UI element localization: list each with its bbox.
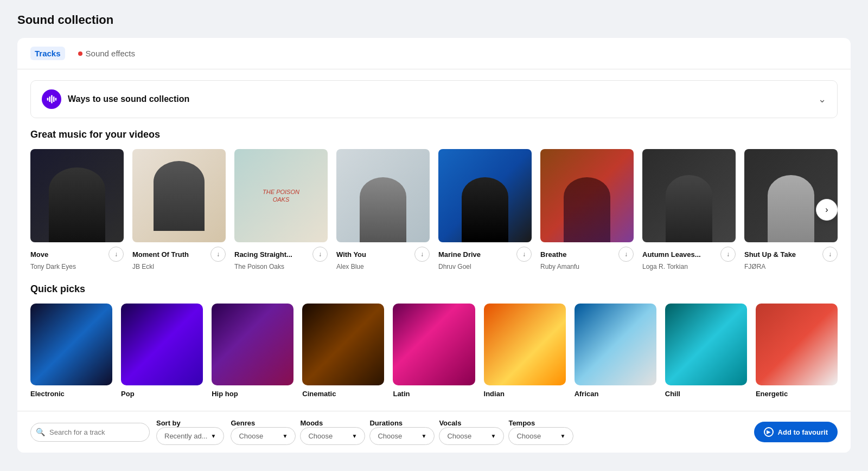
filter-durations-group: Durations Choose ▼: [369, 419, 435, 445]
filter-moods-group: Moods Choose ▼: [300, 419, 365, 445]
music-card-image: [744, 149, 838, 242]
filter-vocals-group: Vocals Choose ▼: [439, 419, 504, 445]
download-button[interactable]: ↓: [618, 247, 634, 262]
filter-durations-label: Durations: [369, 419, 435, 427]
add-fav-label: Add to favourit: [778, 428, 828, 436]
filter-durations-select[interactable]: Choose ▼: [369, 427, 435, 445]
music-card-image: [438, 149, 532, 242]
music-card-artist: Alex Blue: [336, 263, 430, 270]
search-wrap: 🔍: [30, 423, 150, 442]
music-card[interactable]: Breathe ↓ Ruby Amanfu: [540, 149, 634, 270]
waveform-icon: [46, 94, 57, 105]
sort-by-value: Recently ad...: [164, 432, 208, 440]
quick-pick-label: Chill: [665, 390, 747, 398]
sort-by-select[interactable]: Recently ad... ▼: [156, 427, 224, 445]
quick-pick-card[interactable]: Energetic: [756, 304, 838, 398]
music-card[interactable]: With You ↓ Alex Blue: [336, 149, 430, 270]
bottom-bar: 🔍 Sort by Recently ad... ▼ Genres Choose…: [17, 411, 851, 453]
great-music-title: Great music for your videos: [30, 129, 838, 140]
banner[interactable]: Ways to use sound collection ⌄: [30, 80, 838, 118]
download-button[interactable]: ↓: [108, 247, 124, 262]
download-button[interactable]: ↓: [720, 247, 736, 262]
banner-chevron-icon: ⌄: [818, 93, 826, 105]
music-card[interactable]: THE POISONOAKS Racing Straight... ↓ The …: [234, 149, 328, 270]
search-input[interactable]: [30, 423, 150, 442]
music-card-artist: Tony Dark Eyes: [30, 263, 124, 270]
music-card[interactable]: Marine Drive ↓ Dhruv Goel: [438, 149, 532, 270]
great-music-section: Great music for your videos Move ↓ Tony …: [17, 129, 851, 283]
tab-sound-effects[interactable]: Sound effects: [78, 49, 135, 58]
quick-pick-image: [393, 304, 475, 385]
tab-sound-effects-label: Sound effects: [86, 49, 135, 58]
filter-moods-value: Choose: [308, 432, 333, 440]
filters-container: Genres Choose ▼ Moods Choose ▼ Durations…: [231, 419, 747, 445]
filter-tempos-arrow-icon: ▼: [560, 433, 566, 439]
download-button[interactable]: ↓: [516, 247, 532, 262]
filter-genres-label: Genres: [231, 419, 296, 427]
quick-pick-card[interactable]: Hip hop: [212, 304, 293, 398]
quick-pick-label: Indian: [484, 390, 566, 398]
sound-effects-dot: [78, 51, 82, 56]
music-card-title: Breathe ↓: [540, 247, 634, 262]
svg-rect-3: [53, 96, 55, 102]
sort-by-label: Sort by: [156, 419, 224, 427]
music-card-image: [30, 149, 124, 242]
music-card-artist: JB Eckl: [132, 263, 226, 270]
quick-pick-image: [30, 304, 112, 385]
music-card-title: Moment Of Truth ↓: [132, 247, 226, 262]
play-icon: ▶: [764, 427, 774, 437]
music-card-title: Racing Straight... ↓: [234, 247, 328, 262]
music-card-title: Move ↓: [30, 247, 124, 262]
filter-tempos-group: Tempos Choose ▼: [508, 419, 573, 445]
quick-picks-section: Quick picks Electronic Pop Hip hop Cinem…: [17, 283, 851, 411]
quick-pick-label: Cinematic: [302, 390, 384, 398]
next-button[interactable]: ›: [816, 199, 838, 221]
filter-genres-value: Choose: [239, 432, 263, 440]
music-card-image: [642, 149, 736, 242]
filter-durations-arrow-icon: ▼: [422, 433, 427, 439]
quick-pick-image: [212, 304, 293, 385]
filter-tempos-label: Tempos: [508, 419, 573, 427]
download-button[interactable]: ↓: [210, 247, 226, 262]
music-row: Move ↓ Tony Dark Eyes Moment Of Truth ↓ …: [30, 149, 838, 270]
filter-genres-select[interactable]: Choose ▼: [231, 427, 296, 445]
quick-pick-card[interactable]: Electronic: [30, 304, 112, 398]
filter-durations-value: Choose: [378, 432, 402, 440]
quick-pick-image: [756, 304, 838, 385]
quick-pick-card[interactable]: Latin: [393, 304, 475, 398]
music-card-title: Shut Up & Take ↓: [744, 247, 838, 262]
filter-moods-label: Moods: [300, 419, 365, 427]
quick-pick-image: [575, 304, 656, 385]
music-card[interactable]: Move ↓ Tony Dark Eyes: [30, 149, 124, 270]
tab-tracks[interactable]: Tracks: [30, 47, 65, 60]
music-card-artist: Dhruv Goel: [438, 263, 532, 270]
quick-pick-label: Electronic: [30, 390, 112, 398]
download-button[interactable]: ↓: [822, 247, 838, 262]
quick-pick-card[interactable]: Indian: [484, 304, 566, 398]
banner-left: Ways to use sound collection: [42, 89, 189, 109]
quick-pick-card[interactable]: Pop: [121, 304, 203, 398]
download-button[interactable]: ↓: [414, 247, 430, 262]
music-card[interactable]: Moment Of Truth ↓ JB Eckl: [132, 149, 226, 270]
quick-pick-card[interactable]: African: [575, 304, 656, 398]
music-card-artist: The Poison Oaks: [234, 263, 328, 270]
music-card-title: With You ↓: [336, 247, 430, 262]
music-card[interactable]: Autumn Leaves... ↓ Loga R. Torkian: [642, 149, 736, 270]
sort-by-group: Sort by Recently ad... ▼: [156, 419, 224, 445]
add-to-favourites-button[interactable]: ▶ Add to favourit: [754, 422, 838, 442]
svg-rect-1: [49, 96, 50, 102]
filter-tempos-select[interactable]: Choose ▼: [508, 427, 573, 445]
quick-pick-label: Latin: [393, 390, 475, 398]
download-button[interactable]: ↓: [312, 247, 328, 262]
filter-genres-arrow-icon: ▼: [283, 433, 288, 439]
music-card-image: [540, 149, 634, 242]
quick-pick-card[interactable]: Chill: [665, 304, 747, 398]
quick-pick-label: Energetic: [756, 390, 838, 398]
filter-moods-select[interactable]: Choose ▼: [300, 427, 365, 445]
quick-picks-title: Quick picks: [30, 283, 838, 295]
quick-pick-label: African: [575, 390, 656, 398]
quick-pick-card[interactable]: Cinematic: [302, 304, 384, 398]
filter-genres-group: Genres Choose ▼: [231, 419, 296, 445]
main-card: Tracks Sound effects Ways to use: [17, 38, 851, 453]
filter-vocals-select[interactable]: Choose ▼: [439, 427, 504, 445]
